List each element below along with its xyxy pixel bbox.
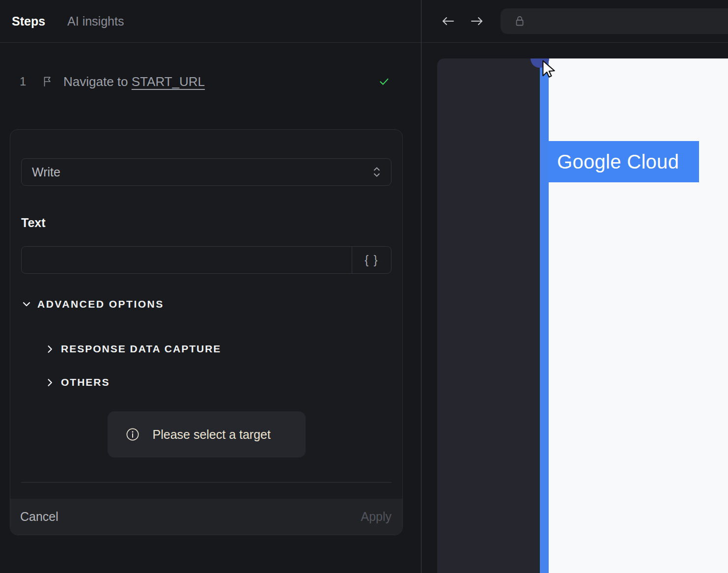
insert-variable-button[interactable]: { } (352, 247, 391, 273)
forward-button[interactable] (469, 14, 485, 28)
cancel-button[interactable]: Cancel (20, 510, 58, 524)
step-config-card: Write Text { } (10, 129, 403, 535)
page-body (549, 58, 728, 573)
card-divider (21, 482, 392, 483)
step-title-text: Navigate to (63, 74, 128, 89)
card-footer: Cancel Apply (10, 499, 402, 535)
url-input[interactable] (533, 14, 728, 28)
flag-icon (41, 75, 54, 88)
app-root: Steps AI insights 1 Navigate to START_UR… (0, 0, 728, 573)
url-bar[interactable] (501, 8, 728, 34)
info-icon (125, 427, 140, 442)
text-input-group: { } (21, 246, 392, 274)
select-target-hint: Please select a target (108, 411, 306, 458)
apply-button[interactable]: Apply (361, 510, 392, 524)
chevron-up-down-icon (371, 165, 382, 179)
select-target-hint-text: Please select a target (153, 428, 271, 442)
chevron-right-icon (45, 344, 55, 354)
google-cloud-label: Google Cloud (549, 151, 679, 173)
response-data-capture-label: RESPONSE DATA CAPTURE (61, 343, 221, 355)
page-viewport[interactable]: Google Cloud (421, 43, 728, 573)
step-title: Navigate to START_URL (63, 74, 205, 89)
element-highlight-strip (540, 58, 549, 573)
response-data-capture-toggle[interactable]: RESPONSE DATA CAPTURE (21, 342, 392, 356)
panel-tab-bar: Steps AI insights (0, 0, 421, 43)
step-editor-panel: Steps AI insights 1 Navigate to START_UR… (0, 0, 421, 573)
others-label: OTHERS (61, 376, 110, 388)
text-field-label: Text (21, 215, 392, 230)
start-url-link[interactable]: START_URL (132, 74, 205, 89)
tab-steps[interactable]: Steps (12, 14, 45, 29)
lock-icon (513, 14, 526, 29)
page-dark-sidebar (437, 58, 540, 573)
tab-ai-insights[interactable]: AI insights (67, 14, 124, 29)
browser-toolbar (421, 0, 728, 43)
advanced-options-label: ADVANCED OPTIONS (37, 298, 164, 310)
others-toggle[interactable]: OTHERS (21, 375, 392, 390)
google-cloud-logo-block[interactable]: Google Cloud (549, 141, 699, 182)
page-content-clip: Google Cloud (437, 58, 728, 573)
chevron-right-icon (45, 377, 55, 388)
action-type-select[interactable]: Write (21, 158, 392, 186)
action-type-value: Write (32, 165, 371, 179)
advanced-options-toggle[interactable]: ADVANCED OPTIONS (21, 297, 392, 312)
step-config-body: Write Text { } (10, 130, 402, 483)
step-number: 1 (20, 75, 27, 88)
chevron-down-icon (21, 299, 32, 310)
step-success-check-icon (377, 75, 391, 88)
text-input[interactable] (22, 247, 352, 273)
back-button[interactable] (440, 14, 456, 28)
browser-preview-panel: Google Cloud (421, 0, 728, 573)
step-row[interactable]: 1 Navigate to START_URL (0, 72, 421, 91)
